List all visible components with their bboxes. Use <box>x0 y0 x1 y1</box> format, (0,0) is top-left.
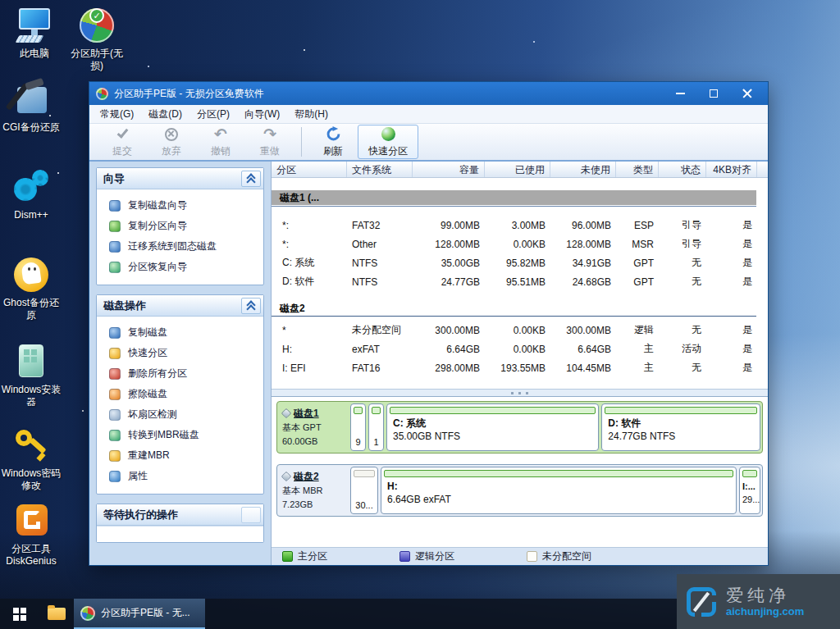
sidebar-item-copy-partition-wizard[interactable]: 复制分区向导 <box>97 216 263 236</box>
panel-pending-operations-header[interactable]: 等待执行的操作 <box>97 504 263 526</box>
splitter-handle[interactable] <box>272 389 768 397</box>
disk2-i-partition[interactable]: I:... 29... <box>739 467 760 514</box>
collapse-button[interactable] <box>241 298 261 314</box>
panel-stub-button[interactable] <box>241 507 261 523</box>
disk1-panel: 磁盘1 基本 GPT 60.00GB 9 1 C: 系统 <box>276 401 763 454</box>
chevron-up-icon <box>247 175 255 183</box>
menu-general[interactable]: 常规(G) <box>93 105 141 124</box>
title-bar[interactable]: 分区助手PE版 - 无损分区免费软件 <box>89 82 768 105</box>
desktop-icon-password-reset[interactable]: Windows密码修改 <box>0 426 62 492</box>
col-capacity[interactable]: 容量 <box>413 162 485 177</box>
partition-recovery-icon <box>109 262 121 273</box>
desktop-icon-windows-installer[interactable]: Windows安装器 <box>0 343 62 408</box>
disk-icon <box>281 408 292 419</box>
disk1-esp-partition[interactable]: 9 <box>350 403 366 451</box>
undo-button[interactable]: ↶ 撤销 <box>196 125 245 159</box>
sidebar-item-delete-all-partitions[interactable]: 删除所有分区 <box>97 363 263 384</box>
disk2-group-header[interactable]: 磁盘2 <box>272 302 756 317</box>
redo-icon: ↷ <box>263 127 276 142</box>
sidebar-item-wipe-disk[interactable]: 擦除磁盘 <box>97 384 263 404</box>
disk1-c-partition[interactable]: C: 系统 35.00GB NTFS <box>386 403 599 451</box>
desktop-icon-label: Windows安装器 <box>0 384 62 408</box>
desktop-icon-label: 分区工具DiskGenius <box>0 543 62 567</box>
submit-button[interactable]: 提交 <box>98 125 147 159</box>
disk-map: 磁盘1 基本 GPT 60.00GB 9 1 C: 系统 <box>272 397 768 547</box>
diskgenius-icon <box>12 502 50 540</box>
desktop-icon-ghost-backup[interactable]: Ghost备份还原 <box>0 256 62 321</box>
close-button[interactable] <box>733 84 761 103</box>
installer-box-icon <box>12 343 50 381</box>
watermark-title: 爱纯净 <box>726 586 804 605</box>
window-title: 分区助手PE版 - 无损分区免费软件 <box>114 87 660 101</box>
menu-help[interactable]: 帮助(H) <box>287 105 336 124</box>
sidebar-item-properties[interactable]: 属性 <box>97 466 263 486</box>
col-used[interactable]: 已使用 <box>485 162 550 177</box>
start-button[interactable] <box>0 599 39 629</box>
sidebar-item-partition-recovery-wizard[interactable]: 分区恢复向导 <box>97 257 263 277</box>
sidebar-item-copy-disk[interactable]: 复制磁盘 <box>97 322 263 343</box>
chevron-up-icon <box>247 302 255 310</box>
collapse-button[interactable] <box>241 171 261 187</box>
refresh-icon <box>326 126 341 143</box>
minimize-button[interactable] <box>666 84 694 103</box>
watermark-site: aichunjing.com <box>726 605 804 618</box>
panel-disk-operations-header[interactable]: 磁盘操作 <box>97 295 263 317</box>
maximize-button[interactable] <box>700 84 728 103</box>
panel-wizards-header[interactable]: 向导 <box>97 168 263 189</box>
sidebar-item-bad-sector-test[interactable]: 坏扇区检测 <box>97 404 263 425</box>
desktop-icon-diskgenius[interactable]: 分区工具DiskGenius <box>0 502 62 567</box>
app-window: 分区助手PE版 - 无损分区免费软件 常规(G) 磁盘(D) 分区(P) 向导(… <box>89 81 769 566</box>
col-partition[interactable]: 分区 <box>272 162 347 177</box>
disk1-d-partition[interactable]: D: 软件 24.77GB NTFS <box>601 403 760 451</box>
sidebar-item-convert-to-mbr[interactable]: 转换到MBR磁盘 <box>97 425 263 445</box>
sidebar-item-rebuild-mbr[interactable]: 重建MBR <box>97 445 263 466</box>
menu-wizard[interactable]: 向导(W) <box>237 105 287 124</box>
legend-primary: 主分区 <box>282 549 327 563</box>
disk1-label[interactable]: 磁盘1 基本 GPT 60.00GB <box>279 403 348 451</box>
quick-partition-button[interactable]: 快速分区 <box>358 125 418 159</box>
partition-table: 分区 文件系统 容量 已使用 未使用 类型 状态 4KB对齐 磁盘1 (... … <box>272 162 768 389</box>
taskbar-app-partition-assistant[interactable]: 分区助手PE版 - 无... <box>74 599 205 629</box>
logical-partition-swatch <box>399 551 410 562</box>
main-area: 分区 文件系统 容量 已使用 未使用 类型 状态 4KB对齐 磁盘1 (... … <box>272 162 768 565</box>
disk1-group-header[interactable]: 磁盘1 (... <box>272 190 756 205</box>
disk2-panel: 磁盘2 基本 MBR 7.23GB 30... H: 6.64GB exFAT <box>276 464 763 517</box>
partition-assistant-icon <box>80 606 95 621</box>
col-type[interactable]: 类型 <box>616 162 659 177</box>
col-status[interactable]: 状态 <box>659 162 706 177</box>
menu-disk[interactable]: 磁盘(D) <box>141 105 189 124</box>
sidebar-item-quick-partition[interactable]: 快速分区 <box>97 343 263 363</box>
disk2-unallocated-space[interactable]: 30... <box>350 467 378 514</box>
col-unused[interactable]: 未使用 <box>550 162 616 177</box>
col-filesystem[interactable]: 文件系统 <box>347 162 413 177</box>
toolbar-separator <box>301 127 302 157</box>
undo-icon: ↶ <box>214 127 227 142</box>
table-row[interactable]: H:exFAT6.64GB0.00KB6.64GB主活动是 <box>272 340 768 358</box>
refresh-button[interactable]: 刷新 <box>308 125 358 159</box>
legend: 主分区 逻辑分区 未分配空间 <box>272 547 768 565</box>
copy-partition-wizard-icon <box>109 221 121 232</box>
disk2-label[interactable]: 磁盘2 基本 MBR 7.23GB <box>279 467 348 514</box>
windows-logo-icon <box>13 608 26 621</box>
file-explorer-button[interactable] <box>39 599 74 629</box>
desktop-icon-partition-assistant[interactable]: ✓ 分区助手(无损) <box>66 7 128 72</box>
col-4kb-aligned[interactable]: 4KB对齐 <box>706 162 757 177</box>
table-row[interactable]: *未分配空间300.00MB0.00KB300.00MB逻辑无是 <box>272 321 768 340</box>
disk2-h-partition[interactable]: H: 6.64GB exFAT <box>381 467 737 514</box>
desktop-icon-dism[interactable]: Dism++ <box>0 168 62 221</box>
sidebar-item-copy-disk-wizard[interactable]: 复制磁盘向导 <box>97 195 263 216</box>
cancel-circle-icon <box>165 128 178 141</box>
discard-button[interactable]: 放弃 <box>147 125 196 159</box>
desktop-icon-this-pc[interactable]: 此电脑 <box>3 7 66 60</box>
table-row[interactable]: D: 软件NTFS24.77GB95.51MB24.68GBGPT无是 <box>272 272 768 291</box>
quick-partition-icon <box>381 127 395 141</box>
desktop-icon-cgi-backup[interactable]: CGI备份还原 <box>0 80 62 134</box>
disk1-msr-partition[interactable]: 1 <box>368 403 384 451</box>
table-row[interactable]: *:Other128.00MB0.00KB128.00MBMSR引导是 <box>272 235 768 253</box>
redo-button[interactable]: ↷ 重做 <box>245 125 294 159</box>
menu-partition[interactable]: 分区(P) <box>189 105 237 124</box>
table-row[interactable]: I: EFIFAT16298.00MB193.55MB104.45MB主无是 <box>272 358 768 377</box>
sidebar-item-migrate-os-ssd[interactable]: 迁移系统到固态磁盘 <box>97 236 263 257</box>
table-row[interactable]: *:FAT3299.00MB3.00MB96.00MBESP引导是 <box>272 216 768 235</box>
table-row[interactable]: C: 系统NTFS35.00GB95.82MB34.91GBGPT无是 <box>272 253 768 272</box>
